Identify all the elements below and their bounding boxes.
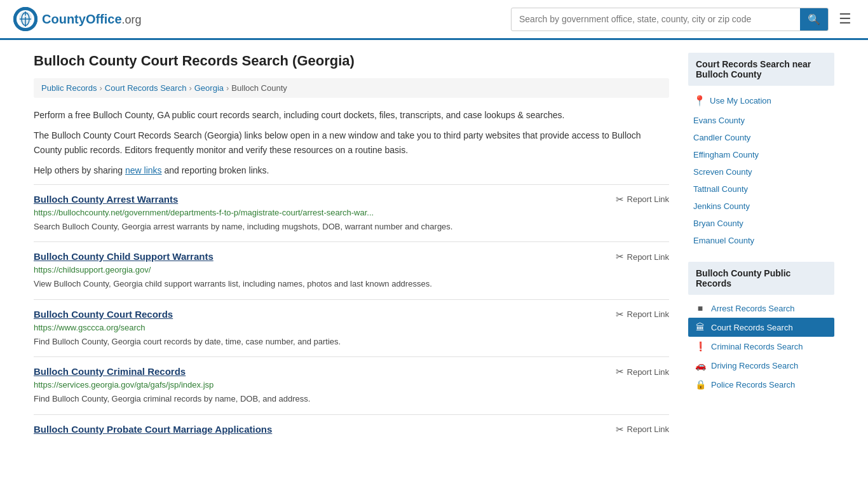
result-desc: Find Bulloch County, Georgia court recor… [34, 336, 669, 348]
sidebar-nav-driving-records[interactable]: 🚗 Driving Records Search [688, 356, 834, 375]
logo-text: CountyOffice [42, 12, 122, 26]
breadcrumb-court-records-search[interactable]: Court Records Search [105, 83, 187, 93]
report-link[interactable]: ✂ Report Link [616, 309, 669, 320]
result-url[interactable]: https://www.gsccca.org/search [34, 323, 669, 332]
sidebar-nav-police-records[interactable]: 🔒 Police Records Search [688, 375, 834, 394]
report-link[interactable]: ✂ Report Link [616, 424, 669, 435]
public-records-header: Bulloch County Public Records [688, 262, 834, 295]
result-title[interactable]: Bulloch County Child Support Warrants [34, 251, 214, 262]
result-header: Bulloch County Criminal Records ✂ Report… [34, 366, 669, 377]
site-header: CountyOffice.org 🔍 ☰ [0, 0, 868, 40]
police-records-icon: 🔒 [695, 379, 706, 390]
use-location-button[interactable]: 📍 Use My Location [688, 90, 834, 112]
content-area: Bulloch County Court Records Search (Geo… [34, 53, 669, 447]
result-url[interactable]: https://childsupport.georgia.gov/ [34, 265, 669, 274]
sidebar-link-screven-county[interactable]: Screven County [688, 163, 834, 180]
result-item: Bulloch County Child Support Warrants ✂ … [34, 241, 669, 299]
driving-records-icon: 🚗 [695, 360, 706, 370]
report-icon: ✂ [616, 424, 624, 435]
report-icon: ✂ [616, 251, 624, 262]
breadcrumb-current: Bulloch County [231, 83, 287, 93]
breadcrumb-georgia[interactable]: Georgia [194, 83, 224, 93]
sidebar-nav-criminal-records[interactable]: ❗ Criminal Records Search [688, 337, 834, 356]
public-records-section: Bulloch County Public Records ■ Arrest R… [688, 262, 834, 394]
report-icon: ✂ [616, 366, 624, 377]
location-pin-icon: 📍 [693, 95, 706, 107]
header-controls: 🔍 ☰ [511, 7, 855, 31]
court-records-icon: 🏛 [695, 322, 706, 332]
criminal-records-icon: ❗ [695, 341, 706, 351]
logo[interactable]: CountyOffice.org [13, 6, 142, 32]
nearby-header: Court Records Search near Bulloch County [688, 53, 834, 86]
global-search-button[interactable]: 🔍 [800, 8, 828, 30]
breadcrumb-public-records[interactable]: Public Records [41, 83, 97, 93]
result-header: Bulloch County Court Records ✂ Report Li… [34, 309, 669, 320]
sidebar-link-evans-county[interactable]: Evans County [688, 112, 834, 129]
result-header: Bulloch County Arrest Warrants ✂ Report … [34, 194, 669, 205]
sidebar-link-effingham-county[interactable]: Effingham County [688, 146, 834, 163]
sidebar-link-tattnall-county[interactable]: Tattnall County [688, 180, 834, 198]
global-search-bar: 🔍 [511, 8, 829, 31]
report-icon: ✂ [616, 194, 624, 205]
result-title[interactable]: Bulloch County Probate Court Marriage Ap… [34, 424, 272, 435]
description-1: Perform a free Bulloch County, GA public… [34, 108, 669, 122]
global-search-input[interactable] [512, 9, 800, 29]
result-header: Bulloch County Child Support Warrants ✂ … [34, 251, 669, 262]
logo-suffix: .org [122, 13, 142, 26]
new-links-link[interactable]: new links [125, 165, 162, 175]
sidebar-link-candler-county[interactable]: Candler County [688, 129, 834, 146]
result-url[interactable]: https://services.georgia.gov/gta/gafs/js… [34, 380, 669, 390]
page-title: Bulloch County Court Records Search (Geo… [34, 53, 669, 69]
result-title[interactable]: Bulloch County Court Records [34, 309, 173, 320]
report-link[interactable]: ✂ Report Link [616, 251, 669, 262]
result-url[interactable]: https://bullochcounty.net/government/dep… [34, 208, 669, 217]
breadcrumb: Public Records › Court Records Search › … [34, 78, 669, 98]
result-item: Bulloch County Criminal Records ✂ Report… [34, 356, 669, 414]
description-3: Help others by sharing new links and rep… [34, 163, 669, 177]
hamburger-menu-icon[interactable]: ☰ [835, 7, 855, 31]
description-2: The Bulloch County Court Records Search … [34, 128, 669, 157]
nearby-section: Court Records Search near Bulloch County… [688, 53, 834, 249]
result-desc: Search Bulloch County, Georgia arrest wa… [34, 220, 669, 233]
main-container: Bulloch County Court Records Search (Geo… [21, 40, 847, 459]
result-title[interactable]: Bulloch County Criminal Records [34, 366, 186, 377]
sidebar-nav-arrest-records[interactable]: ■ Arrest Records Search [688, 299, 834, 318]
sidebar-nav-court-records[interactable]: 🏛 Court Records Search [688, 318, 834, 337]
result-item: Bulloch County Probate Court Marriage Ap… [34, 414, 669, 447]
arrest-records-icon: ■ [695, 303, 706, 313]
sidebar-link-bryan-county[interactable]: Bryan County [688, 215, 834, 232]
result-header: Bulloch County Probate Court Marriage Ap… [34, 424, 669, 435]
result-item: Bulloch County Arrest Warrants ✂ Report … [34, 184, 669, 242]
report-icon: ✂ [616, 309, 624, 320]
report-link[interactable]: ✂ Report Link [616, 366, 669, 377]
result-desc: Find Bulloch County, Georgia criminal re… [34, 393, 669, 405]
report-link[interactable]: ✂ Report Link [616, 194, 669, 205]
sidebar: Court Records Search near Bulloch County… [688, 53, 834, 447]
result-item: Bulloch County Court Records ✂ Report Li… [34, 299, 669, 357]
sidebar-link-jenkins-county[interactable]: Jenkins County [688, 198, 834, 215]
result-title[interactable]: Bulloch County Arrest Warrants [34, 194, 178, 205]
result-desc: View Bulloch County, Georgia child suppo… [34, 278, 669, 290]
sidebar-link-emanuel-county[interactable]: Emanuel County [688, 232, 834, 249]
